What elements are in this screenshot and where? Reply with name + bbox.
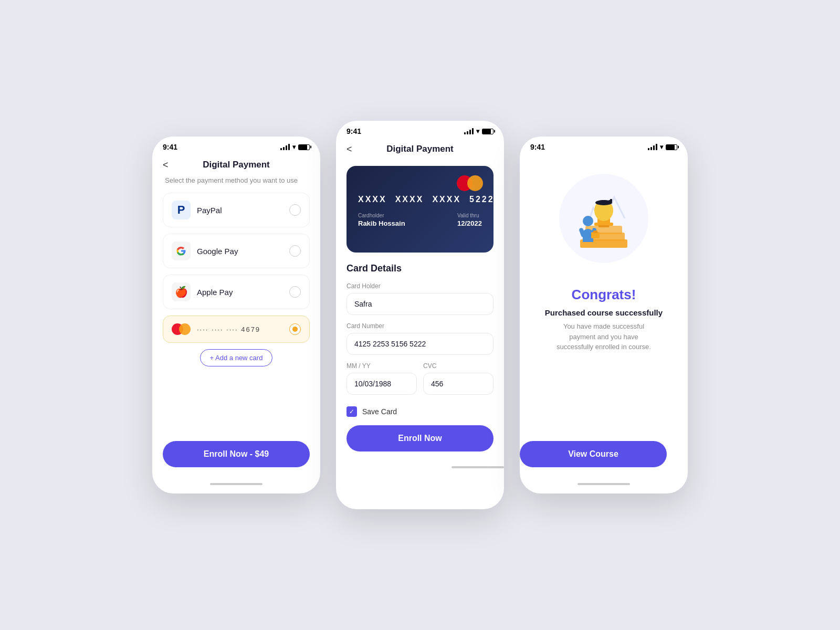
valid-date: 12/2022 xyxy=(457,219,482,227)
payment-option-paypal[interactable]: P PayPal xyxy=(163,193,310,227)
left-content: Select the payment method you want to us… xyxy=(152,176,320,366)
save-card-label: Save Card xyxy=(362,407,397,416)
home-indicator-center xyxy=(452,466,504,468)
signal-icon-center xyxy=(464,128,474,134)
google-icon xyxy=(172,242,191,260)
save-card-checkbox[interactable]: ✓ xyxy=(346,406,357,417)
svg-rect-7 xyxy=(598,225,609,227)
wifi-icon-right: ▾ xyxy=(660,143,663,151)
time-center: 9:41 xyxy=(346,127,361,135)
battery-icon-left xyxy=(298,144,310,150)
payment-subtitle: Select the payment method you want to us… xyxy=(163,176,310,184)
enroll-now-button-left[interactable]: Enroll Now - $49 xyxy=(163,441,310,467)
applepay-label: Apple Pay xyxy=(197,288,233,297)
screen-title-left: Digital Payment xyxy=(203,160,270,170)
number-input[interactable] xyxy=(346,333,494,355)
success-illustration xyxy=(551,166,656,271)
mmyy-label: MM / YY xyxy=(346,362,417,370)
status-icons-center: ▾ xyxy=(464,128,494,135)
status-icons-right: ▾ xyxy=(648,143,677,151)
back-button-left[interactable]: < xyxy=(163,160,169,171)
save-card-row[interactable]: ✓ Save Card xyxy=(346,406,494,417)
mmyy-group: MM / YY xyxy=(346,362,417,402)
card-details-section: Card Details Card Holder Card Number MM … xyxy=(336,263,504,417)
status-icons-left: ▾ xyxy=(280,143,310,151)
payment-option-googlepay[interactable]: Google Pay xyxy=(163,234,310,268)
right-content: Congrats! Purchased course successfully … xyxy=(520,155,688,363)
holder-label: Card Holder xyxy=(346,282,494,290)
paypal-icon: P xyxy=(172,201,191,219)
cvc-label: CVC xyxy=(423,362,494,370)
cardholder-info: Cardholder Rakib Hossain xyxy=(358,213,405,227)
payment-option-card[interactable]: ···· ···· ···· 4679 xyxy=(163,316,310,343)
svg-rect-16 xyxy=(593,230,597,233)
valid-label: Valid thru xyxy=(457,213,482,218)
form-row-mmcvc: MM / YY CVC xyxy=(346,362,494,402)
card-num-4: 5222 xyxy=(469,195,495,204)
card-bottom: Cardholder Rakib Hossain Valid thru 12/2… xyxy=(358,213,482,227)
signal-icon-left xyxy=(280,144,290,150)
time-right: 9:41 xyxy=(530,143,545,151)
status-bar-right: 9:41 ▾ xyxy=(520,136,688,155)
paypal-label: PayPal xyxy=(197,206,222,215)
card-number-display: XXXX XXXX XXXX 5222 xyxy=(358,195,482,204)
valid-info: Valid thru 12/2022 xyxy=(457,213,482,227)
applepay-radio[interactable] xyxy=(289,286,301,298)
phone-right: 9:41 ▾ xyxy=(520,136,688,494)
status-bar-center: 9:41 ▾ xyxy=(336,121,504,140)
credit-card: XXXX XXXX XXXX 5222 Cardholder Rakib Hos… xyxy=(346,166,494,253)
home-indicator-left xyxy=(210,483,262,485)
googlepay-radio[interactable] xyxy=(289,245,301,257)
card-num-2: XXXX xyxy=(395,195,424,204)
paypal-option-left: P PayPal xyxy=(172,201,222,219)
congrats-title: Congrats! xyxy=(572,287,636,303)
holder-input[interactable] xyxy=(346,293,494,315)
wifi-icon-left: ▾ xyxy=(292,143,296,151)
screen-title-center: Digital Payment xyxy=(386,144,454,154)
screens-container: 9:41 ▾ < Digital Payment Select the p xyxy=(152,121,688,509)
battery-icon-center xyxy=(482,129,494,134)
time-left: 9:41 xyxy=(163,143,177,151)
googlepay-option-left: Google Pay xyxy=(172,242,238,260)
success-desc: You have made successful payment and you… xyxy=(551,321,656,352)
phone-center: 9:41 ▾ < Digital Payment xyxy=(336,121,504,509)
home-indicator-right xyxy=(578,483,630,485)
card-radio[interactable] xyxy=(289,323,301,335)
phone-left: 9:41 ▾ < Digital Payment Select the p xyxy=(152,136,320,494)
add-card-button[interactable]: + Add a new card xyxy=(200,349,273,366)
back-button-center[interactable]: < xyxy=(346,144,352,155)
section-title: Card Details xyxy=(346,263,494,274)
googlepay-label: Google Pay xyxy=(197,247,238,256)
cvc-input[interactable] xyxy=(423,373,494,395)
wifi-icon-center: ▾ xyxy=(476,128,479,135)
view-course-button[interactable]: View Course xyxy=(520,441,667,467)
card-label: ···· ···· ···· 4679 xyxy=(197,326,260,333)
success-subtitle: Purchased course successfully xyxy=(545,308,663,317)
header-left: < Digital Payment xyxy=(152,155,320,176)
center-bottom: Enroll Now xyxy=(336,425,504,462)
header-center: < Digital Payment xyxy=(336,140,504,161)
signal-icon-right xyxy=(648,144,657,150)
mmyy-input[interactable] xyxy=(346,373,417,395)
mastercard-logo xyxy=(457,175,483,191)
enroll-now-button-center[interactable]: Enroll Now xyxy=(346,425,494,452)
svg-rect-11 xyxy=(610,199,612,202)
number-label: Card Number xyxy=(346,322,494,330)
paypal-radio[interactable] xyxy=(289,204,301,216)
svg-point-12 xyxy=(583,216,593,226)
cardholder-name: Rakib Hossain xyxy=(358,219,405,227)
cvc-group: CVC xyxy=(423,362,494,402)
cardholder-label: Cardholder xyxy=(358,213,405,218)
payment-option-applepay[interactable]: 🍎 Apple Pay xyxy=(163,275,310,309)
card-num-1: XXXX xyxy=(358,195,387,204)
card-option-left: ···· ···· ···· 4679 xyxy=(172,323,260,335)
apple-icon: 🍎 xyxy=(172,282,191,301)
mastercard-icon xyxy=(172,323,191,335)
add-card-label: + Add a new card xyxy=(210,354,263,362)
status-bar-left: 9:41 ▾ xyxy=(152,136,320,155)
applepay-option-left: 🍎 Apple Pay xyxy=(172,282,233,301)
battery-icon-right xyxy=(666,144,677,150)
card-num-3: XXXX xyxy=(432,195,461,204)
